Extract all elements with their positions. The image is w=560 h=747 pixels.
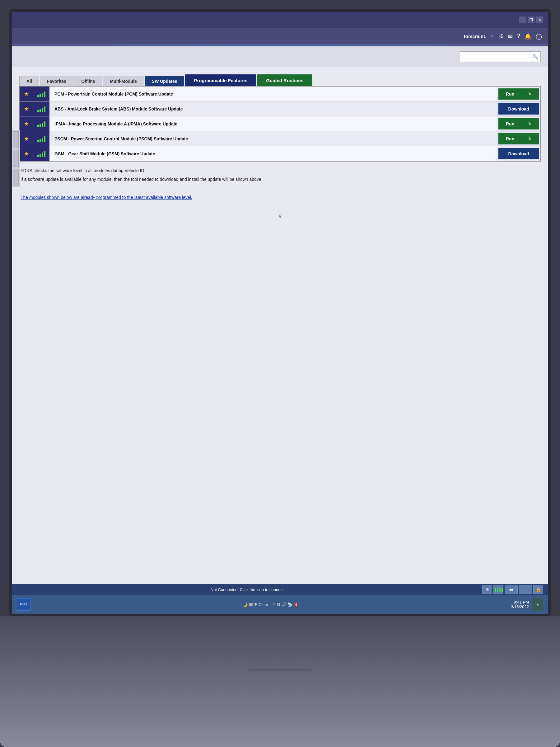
module-name-3: IPMA - Image Processing Module A (IPMA) … bbox=[50, 117, 497, 131]
signal-icon[interactable]: ▐▐▐▐ bbox=[494, 586, 503, 594]
app-header: tomcrain1 ≡ 🖨 ✉ ? 🔔 ◯ bbox=[12, 28, 548, 46]
signal-bar bbox=[37, 110, 39, 112]
signal-bar bbox=[42, 137, 43, 142]
print-icon[interactable]: 🖨 bbox=[498, 33, 504, 40]
info-section: FDRS checks the software level in all mo… bbox=[19, 161, 541, 203]
signal-bar bbox=[44, 92, 46, 97]
notification-icon[interactable]: 🔔 bbox=[525, 33, 531, 40]
maximize-button[interactable]: ❐ bbox=[528, 17, 534, 23]
action-cell-5: Download bbox=[497, 146, 540, 161]
table-row: ★ GSM - Gear Shift Module (GSM) Soft bbox=[20, 146, 540, 161]
tab-programmable-features[interactable]: Programmable Features bbox=[185, 74, 256, 86]
module-icon[interactable]: ■■ bbox=[505, 586, 518, 594]
status-bar: Not Connected: Click the icon to connect… bbox=[12, 584, 548, 595]
taskbar-center: 🌙 69°F Clear ^ 🖥 🔊 📡 🔇 bbox=[30, 602, 511, 607]
favorite-star-5[interactable]: ★ bbox=[20, 146, 33, 161]
connection-icon[interactable]: ⊞ bbox=[482, 586, 492, 594]
search-icon: 🔍 bbox=[533, 54, 538, 59]
email-icon[interactable]: ✉ bbox=[508, 33, 513, 40]
info-line-2: If a software update is available for an… bbox=[21, 176, 539, 183]
username-label: tomcrain1 bbox=[464, 34, 486, 39]
download-button-2[interactable]: Download bbox=[499, 103, 539, 114]
taskbar-system-icons: ^ 🖥 🔊 📡 🔇 bbox=[273, 602, 299, 607]
signal-bar bbox=[39, 139, 41, 142]
tab-multi-module[interactable]: Multi-Module bbox=[103, 76, 144, 86]
lock-icon[interactable]: 🔒 bbox=[533, 586, 543, 594]
signal-bar bbox=[44, 106, 46, 112]
time-display: 9:41 PM bbox=[514, 600, 529, 604]
module-name-2: ABS - Anti-Lock Brake System (ABS) Modul… bbox=[50, 101, 497, 116]
show-desktop-button[interactable]: ■ bbox=[532, 598, 543, 611]
screen: — ❐ ✕ tomcrain1 ≡ 🖨 ✉ ? 🔔 ◯ 🔍 bbox=[12, 12, 548, 614]
laptop-bottom bbox=[0, 616, 560, 747]
title-bar: — ❐ ✕ bbox=[12, 12, 548, 28]
signal-bar bbox=[39, 154, 41, 157]
window-controls: — ❐ ✕ bbox=[519, 17, 543, 23]
desktop-icon: ■ bbox=[537, 602, 539, 606]
help-icon[interactable]: ? bbox=[517, 33, 520, 40]
tab-sw-updates[interactable]: SW Updates bbox=[145, 76, 185, 86]
signal-bar bbox=[42, 153, 43, 157]
signal-bar bbox=[39, 109, 41, 112]
tab-all[interactable]: All bbox=[19, 76, 39, 86]
favorite-star-2[interactable]: ★ bbox=[20, 101, 33, 116]
signal-bars-4 bbox=[37, 136, 46, 142]
signal-indicator-2 bbox=[33, 101, 50, 116]
action-cell-3: Run ↻ bbox=[497, 117, 540, 131]
table-row: ★ IPMA - Image Processing Module A ( bbox=[20, 117, 540, 131]
signal-bars-5 bbox=[37, 151, 46, 157]
profile-icon[interactable]: ◯ bbox=[536, 33, 542, 40]
panel-indicator-3 bbox=[13, 169, 19, 185]
taskbar-left: FDRS bbox=[17, 598, 30, 611]
signal-indicator-1 bbox=[33, 86, 50, 101]
signal-bar bbox=[37, 95, 39, 97]
action-cell-2: Download bbox=[497, 101, 540, 116]
already-programmed-link[interactable]: The modules shown below are already prog… bbox=[21, 195, 192, 200]
main-content: All Favorites Offline Multi-Module SW Up… bbox=[12, 67, 548, 209]
favorite-star-3[interactable]: ★ bbox=[20, 117, 33, 131]
signal-bars-3 bbox=[37, 121, 46, 127]
screen-bezel: — ❐ ✕ tomcrain1 ≡ 🖨 ✉ ? 🔔 ◯ 🔍 bbox=[9, 9, 551, 616]
favorite-star-1[interactable]: ★ bbox=[20, 86, 33, 101]
download-button-5[interactable]: Download bbox=[499, 148, 539, 159]
favorite-star-4[interactable]: ★ bbox=[20, 131, 33, 146]
close-button[interactable]: ✕ bbox=[536, 17, 543, 23]
signal-bar bbox=[44, 121, 46, 127]
run-button-1[interactable]: Run ↻ bbox=[499, 88, 539, 100]
signal-bar bbox=[39, 94, 41, 97]
run-button-3[interactable]: Run ↻ bbox=[499, 118, 539, 129]
taskbar: FDRS 🌙 69°F Clear ^ 🖥 🔊 📡 🔇 9:41 PM 3/16… bbox=[12, 595, 548, 614]
signal-bars-1 bbox=[37, 91, 46, 97]
signal-indicator-3 bbox=[33, 117, 50, 131]
action-cell-1: Run ↻ bbox=[497, 86, 540, 101]
search-box[interactable]: 🔍 bbox=[460, 51, 541, 62]
left-panel bbox=[12, 130, 20, 187]
signal-bar bbox=[39, 124, 41, 127]
fdrs-logo[interactable]: FDRS bbox=[17, 598, 30, 611]
signal-bar bbox=[44, 136, 46, 142]
module-name-1: PCM - Powertrain Control Module (PCM) So… bbox=[50, 86, 497, 101]
search-area: 🔍 bbox=[12, 46, 548, 67]
scroll-down-area: ∨ bbox=[12, 209, 548, 223]
panel-indicator-2 bbox=[13, 150, 19, 167]
menu-icon[interactable]: ≡ bbox=[490, 33, 494, 40]
table-row: ★ PCM - Powertrain Control Module (P bbox=[20, 86, 540, 101]
signal-bar bbox=[42, 123, 43, 127]
status-icons: ⊞ ▐▐▐▐ ■■ --- 🔒 bbox=[482, 586, 543, 594]
tab-favorites[interactable]: Favorites bbox=[40, 76, 74, 86]
chevron-down-icon[interactable]: ∨ bbox=[278, 212, 283, 220]
refresh-icon-4: ↻ bbox=[528, 137, 531, 141]
signal-bar bbox=[42, 93, 43, 97]
refresh-icon-3: ↻ bbox=[528, 122, 531, 126]
refresh-icon-1: ↻ bbox=[528, 92, 531, 96]
table-row: ★ ABS - Anti-Lock Brake System (ABS) bbox=[20, 101, 540, 117]
minimize-button[interactable]: — bbox=[519, 17, 526, 23]
tab-offline[interactable]: Offline bbox=[74, 76, 102, 86]
run-button-4[interactable]: Run ↻ bbox=[499, 133, 539, 145]
dots-icon[interactable]: --- bbox=[519, 586, 532, 594]
taskbar-right: 9:41 PM 3/16/2022 bbox=[511, 600, 529, 609]
search-input[interactable] bbox=[463, 54, 533, 59]
weather-info: 🌙 69°F Clear bbox=[243, 602, 268, 607]
tab-guided-routines[interactable]: Guided Routines bbox=[257, 74, 312, 86]
module-name-5: GSM - Gear Shift Module (GSM) Software U… bbox=[50, 146, 497, 161]
